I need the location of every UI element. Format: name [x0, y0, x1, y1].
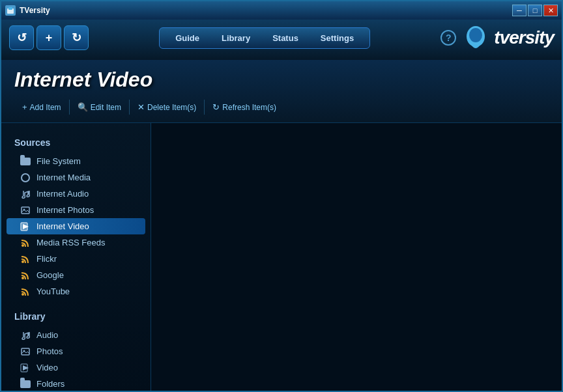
sidebar-item-label: Video: [36, 363, 58, 372]
delete-items-label: Delete Item(s): [147, 103, 196, 112]
sidebar-item-video[interactable]: Video: [1, 359, 151, 376]
globe-icon: [20, 173, 31, 182]
delete-items-icon: ✕: [137, 102, 145, 112]
page-header: Internet Video + Add Item 🔍 Edit Item ✕ …: [1, 60, 562, 123]
logo-area: tversity: [463, 25, 554, 51]
sidebar-item-internet-video[interactable]: Internet Video: [7, 218, 145, 234]
window-icon: [5, 5, 16, 16]
nav-guide[interactable]: Guide: [165, 31, 210, 46]
nav-settings[interactable]: Settings: [310, 31, 364, 46]
back-button[interactable]: ↺: [9, 25, 34, 50]
sources-section-label: Sources: [1, 133, 151, 153]
refresh-items-icon: ↻: [212, 102, 220, 112]
sidebar-item-label: File System: [36, 156, 81, 166]
svg-point-3: [469, 28, 482, 42]
sidebar-item-label: Audio: [36, 330, 58, 340]
photo-icon: [20, 206, 31, 215]
refresh-items-label: Refresh Item(s): [222, 103, 276, 112]
nav-library[interactable]: Library: [211, 31, 261, 46]
sidebar-item-youtube[interactable]: YouTube: [1, 283, 151, 300]
main-content: [151, 123, 562, 391]
sidebar-item-internet-photos[interactable]: Internet Photos: [1, 202, 151, 218]
nav-left: ↺ + ↻: [9, 25, 89, 50]
svg-rect-4: [22, 207, 29, 214]
sidebar-item-label: Internet Photos: [36, 205, 94, 215]
music-icon: [20, 189, 31, 199]
nav-status[interactable]: Status: [262, 31, 309, 46]
sidebar-item-label: Photos: [36, 346, 63, 356]
video-icon: [20, 222, 31, 231]
photos-icon: [20, 347, 31, 356]
audio-icon: [20, 331, 31, 340]
svg-rect-1: [8, 7, 12, 10]
folder-icon: [20, 157, 31, 166]
add-button[interactable]: +: [36, 25, 61, 50]
add-item-button[interactable]: + Add Item: [14, 100, 70, 115]
title-buttons: ─ □ ✕: [512, 5, 558, 16]
edit-item-button[interactable]: 🔍 Edit Item: [70, 100, 130, 115]
main-window: TVersity ─ □ ✕ ↺ + ↻ Guide Library Statu…: [0, 0, 563, 392]
logo-icon: [463, 25, 489, 51]
window-title: TVersity: [20, 6, 50, 15]
logo-text: tversity: [494, 27, 554, 48]
svg-marker-15: [23, 365, 29, 371]
folders-icon: [20, 380, 31, 389]
library-section-label: Library: [1, 307, 151, 327]
svg-rect-12: [22, 348, 29, 355]
sidebar-item-label: Internet Media: [36, 173, 91, 182]
sidebar-item-label: Flickr: [36, 254, 57, 264]
add-item-icon: +: [22, 102, 27, 112]
rss-icon: [20, 238, 31, 247]
sidebar: Sources File System Internet Media: [1, 123, 151, 391]
rss-youtube-icon: [20, 287, 31, 296]
title-bar-left: TVersity: [5, 5, 50, 16]
help-button[interactable]: ?: [440, 30, 456, 46]
sidebar-item-label: Google: [36, 270, 64, 280]
refresh-button[interactable]: ↻: [64, 25, 89, 50]
sidebar-item-audio[interactable]: Audio: [1, 327, 151, 343]
sidebar-item-internet-media[interactable]: Internet Media: [1, 169, 151, 186]
edit-item-icon: 🔍: [78, 102, 88, 112]
sidebar-item-label: YouTube: [36, 287, 70, 296]
sidebar-item-label: Internet Video: [36, 221, 89, 231]
sidebar-item-internet-audio[interactable]: Internet Audio: [1, 186, 151, 202]
rss-google-icon: [20, 271, 31, 280]
sidebar-item-label: Media RSS Feeds: [36, 238, 106, 247]
svg-point-8: [22, 244, 24, 247]
main-layout: Sources File System Internet Media: [1, 123, 562, 391]
video-lib-icon: [20, 363, 31, 372]
delete-items-button[interactable]: ✕ Delete Item(s): [130, 100, 205, 115]
title-bar: TVersity ─ □ ✕: [1, 1, 562, 20]
sidebar-item-photos[interactable]: Photos: [1, 343, 151, 359]
content-area: Internet Video + Add Item 🔍 Edit Item ✕ …: [1, 60, 562, 391]
nav-menu: Guide Library Status Settings: [159, 27, 370, 49]
nav-right: ? tversity: [440, 25, 554, 51]
maximize-button[interactable]: □: [528, 5, 542, 16]
sidebar-item-google[interactable]: Google: [1, 267, 151, 283]
sidebar-item-file-system[interactable]: File System: [1, 153, 151, 169]
nav-row: ↺ + ↻ Guide Library Status Settings ?: [9, 25, 554, 51]
add-item-label: Add Item: [30, 103, 61, 112]
sidebar-item-folders[interactable]: Folders: [1, 376, 151, 391]
toolbar: + Add Item 🔍 Edit Item ✕ Delete Item(s) …: [14, 97, 549, 117]
refresh-items-button[interactable]: ↻ Refresh Item(s): [205, 100, 284, 115]
sidebar-item-label: Folders: [36, 379, 65, 389]
svg-point-11: [22, 293, 24, 296]
svg-point-10: [22, 277, 24, 279]
sidebar-item-flickr[interactable]: Flickr: [1, 251, 151, 267]
sidebar-item-label: Internet Audio: [36, 189, 89, 199]
sidebar-item-media-rss[interactable]: Media RSS Feeds: [1, 234, 151, 251]
rss-flickr-icon: [20, 255, 31, 264]
header: ↺ + ↻ Guide Library Status Settings ?: [1, 20, 562, 60]
edit-item-label: Edit Item: [91, 103, 121, 112]
close-button[interactable]: ✕: [543, 5, 558, 16]
svg-point-9: [22, 260, 24, 263]
minimize-button[interactable]: ─: [512, 5, 527, 16]
page-title: Internet Video: [14, 68, 549, 92]
